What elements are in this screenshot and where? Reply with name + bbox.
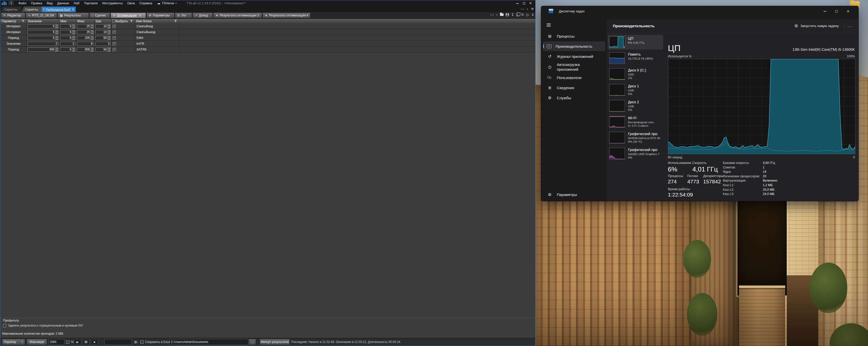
- spin-up-icon[interactable]: ▲: [72, 30, 75, 32]
- spin-down-icon[interactable]: ▼: [91, 50, 93, 52]
- start-button[interactable]: ▶: [74, 339, 81, 345]
- export-path-input[interactable]: [169, 339, 248, 345]
- tab-close-icon[interactable]: X: [72, 7, 74, 11]
- spinner-stepper[interactable]: ▲▼: [91, 48, 93, 52]
- maximum-button[interactable]: Максимум: [27, 339, 47, 345]
- table-row[interactable]: Значение2283kATR: [0, 41, 535, 47]
- sidebar-item-performance[interactable]: ∿Производительность: [543, 41, 605, 51]
- browse-button[interactable]: ...: [249, 339, 256, 345]
- sidebar-item-startup[interactable]: ◷Автозагрузка приложений: [543, 62, 605, 72]
- column-header-step[interactable]: Шаг: [95, 19, 112, 24]
- copy-icon[interactable]: [517, 13, 519, 16]
- number-input[interactable]: 5▲▼: [60, 36, 75, 40]
- sidebar-item-users[interactable]: Пользователи: [543, 73, 605, 82]
- table-row[interactable]: Интервал5▲▼5▲▼25▲▼10▲▼СжатьВыход: [0, 29, 535, 35]
- spin-down-icon[interactable]: ▼: [72, 27, 75, 28]
- spinner-stepper[interactable]: ▲▼: [72, 30, 75, 34]
- spin-down-icon[interactable]: ▼: [108, 32, 110, 34]
- refresh-icon[interactable]: ↻: [521, 12, 524, 17]
- pause-button[interactable]: [82, 339, 90, 345]
- run-icon[interactable]: ▷: [526, 12, 529, 17]
- spin-down-icon[interactable]: ▼: [72, 38, 75, 40]
- tab-Результаты[interactable]: ▦Результаты: [58, 12, 89, 18]
- number-input[interactable]: 905▲▼: [28, 48, 58, 52]
- number-input[interactable]: 905▲▼: [77, 48, 94, 52]
- download-icon[interactable]: ⇓: [531, 12, 534, 17]
- hamburger-menu-icon[interactable]: [547, 23, 553, 27]
- column-header-param[interactable]: Параметр: [0, 19, 27, 24]
- tab-Параметры[interactable]: ⚙Параметры: [146, 12, 175, 18]
- run-new-task-button[interactable]: ⊞ Запустить новую задачу: [793, 23, 841, 29]
- spin-up-icon[interactable]: ▲: [91, 36, 93, 38]
- sidebar-item-history[interactable]: ↺Журнал приложений: [543, 52, 605, 61]
- doc-tab[interactable]: Скрипты: [22, 6, 42, 12]
- number-input[interactable]: 5▲▼: [28, 24, 58, 29]
- spin-down-icon[interactable]: ▼: [72, 32, 75, 34]
- perf-item-gpu_nvidia[interactable]: Графический проNVIDIA GeForce RTX 400% (…: [608, 130, 663, 145]
- perf-item-cpu[interactable]: ЦП6% 4,01 ГГц: [608, 35, 663, 50]
- nav-back-forward-icon[interactable]: ‹ ›: [521, 7, 524, 11]
- number-input[interactable]: 5▲▼: [60, 48, 75, 52]
- column-header-min[interactable]: Мин: [59, 19, 76, 24]
- row-checkbox[interactable]: [113, 42, 116, 46]
- spin-up-icon[interactable]: ▲: [72, 48, 75, 50]
- perf-item-mem[interactable]: Память15,7/31,8 ГБ (49%): [608, 51, 663, 65]
- spin-up-icon[interactable]: ▲: [91, 48, 93, 50]
- remove-negative-checkbox[interactable]: [3, 324, 6, 327]
- filter-icon[interactable]: [173, 20, 178, 23]
- tab-RTS_11_16:1M[interactable]: ∿RTS_11_16:1M: [26, 12, 57, 18]
- perf-item-disk1[interactable]: Диск 1USB0%: [608, 83, 663, 97]
- mode-dropdown[interactable]: Перебор▼: [2, 339, 25, 345]
- spinner-stepper[interactable]: ▲▼: [107, 30, 110, 34]
- tab-Лог[interactable]: ≣Лог: [175, 12, 192, 18]
- tab-Редактор[interactable]: ✎Редактор: [1, 12, 25, 18]
- number-input[interactable]: 50▲▼: [95, 36, 111, 40]
- menu-item[interactable]: Правка: [29, 0, 44, 6]
- maximize-button[interactable]: [831, 8, 842, 15]
- spin-down-icon[interactable]: ▼: [108, 50, 110, 52]
- menu-item[interactable]: Справка: [137, 0, 154, 6]
- number-input[interactable]: 5▲▼: [28, 36, 58, 40]
- menu-item[interactable]: Файл: [16, 0, 29, 6]
- column-header-select[interactable]: Выбрать: [112, 19, 135, 24]
- spin-down-icon[interactable]: ▼: [56, 32, 58, 34]
- spinner-stepper[interactable]: ▲▼: [91, 30, 93, 34]
- spin-up-icon[interactable]: ▲: [108, 25, 110, 27]
- row-checkbox[interactable]: [113, 25, 116, 28]
- tsverse-menu[interactable]: ☁ TSVerse ▾: [157, 1, 177, 5]
- number-input[interactable]: 5▲▼: [60, 24, 75, 29]
- menu-item[interactable]: Вид: [44, 0, 55, 6]
- cpu-usage-graph[interactable]: [668, 59, 856, 154]
- perf-item-disk0[interactable]: Диск 0 (C:)SSD1%: [608, 67, 663, 81]
- sidebar-item-services[interactable]: ⚙Службы: [543, 93, 605, 103]
- spin-up-icon[interactable]: ▲: [56, 48, 58, 50]
- sidebar-item-processes[interactable]: ⊞Процессы: [543, 31, 605, 41]
- percent-checkbox[interactable]: [66, 341, 69, 344]
- close-button[interactable]: ✕: [842, 8, 854, 15]
- spin-up-icon[interactable]: ▲: [108, 36, 110, 38]
- spin-up-icon[interactable]: ▲: [72, 36, 75, 38]
- chevron-down-icon[interactable]: ∨: [527, 7, 528, 10]
- column-header-max[interactable]: Макс: [76, 19, 95, 24]
- number-input[interactable]: 25▲▼: [77, 30, 94, 34]
- column-header-block[interactable]: Имя блока: [135, 19, 179, 24]
- row-checkbox[interactable]: [113, 31, 116, 34]
- tab-Оптимизация[interactable]: ⇅ОптимизацияX: [111, 12, 146, 18]
- row-checkbox[interactable]: [113, 48, 116, 51]
- minimize-button[interactable]: [819, 8, 831, 15]
- spin-down-icon[interactable]: ▼: [91, 38, 93, 40]
- spin-down-icon[interactable]: ▼: [108, 27, 110, 28]
- perf-item-disk2[interactable]: Диск 2USB0%: [608, 98, 663, 113]
- spin-down-icon[interactable]: ▼: [56, 50, 58, 52]
- number-input[interactable]: 3: [95, 42, 111, 46]
- number-input[interactable]: 5▲▼: [60, 30, 75, 34]
- spinner-stepper[interactable]: ▲▼: [91, 36, 93, 40]
- spinner-stepper[interactable]: ▲▼: [55, 25, 58, 28]
- menu-item[interactable]: Лаб: [71, 0, 82, 6]
- spinner-stepper[interactable]: ▲▼: [55, 36, 58, 40]
- tools-icon[interactable]: ⚒: [531, 7, 534, 11]
- menu-item[interactable]: Инструменты: [100, 0, 125, 6]
- save-excel-checkbox[interactable]: [140, 341, 144, 344]
- menu-item[interactable]: Окна: [125, 0, 137, 6]
- number-input[interactable]: 205▲▼: [77, 36, 94, 40]
